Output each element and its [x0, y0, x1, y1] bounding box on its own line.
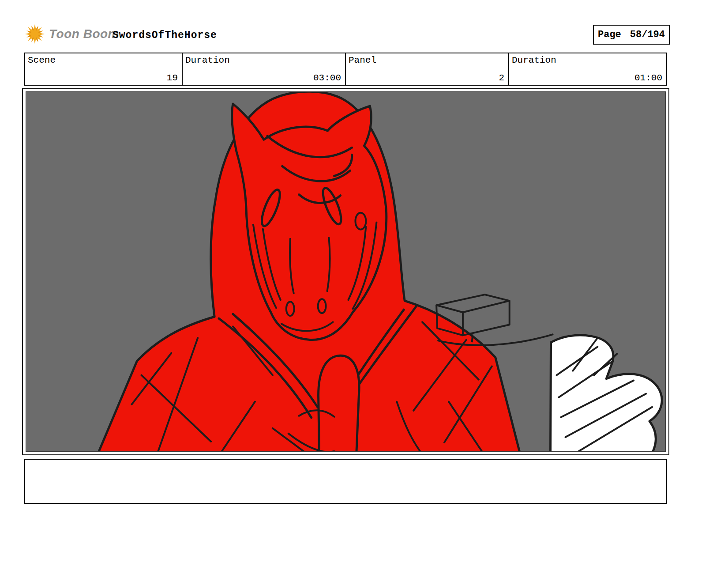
horse-nostril-left: [286, 302, 294, 316]
toonboom-logo-icon: [24, 24, 45, 44]
info-cell-panel: Panel 2: [346, 53, 509, 85]
storyboard-panel-image: [26, 91, 666, 452]
horse-raised-hand: [319, 355, 359, 451]
project-title: SwordsOfTheHorse: [113, 30, 217, 41]
info-cell-scene: Scene 19: [25, 53, 183, 85]
panel-duration-label: Duration: [512, 55, 556, 65]
panel-label: Panel: [349, 55, 376, 65]
horse-nostril-right: [318, 299, 326, 313]
logo-star-front: [25, 24, 45, 44]
page-number: 58/194: [630, 29, 665, 40]
header-logo: Toon Boom: [24, 24, 119, 44]
info-cell-panel-duration: Duration 01:00: [509, 53, 666, 85]
scene-value: 19: [167, 73, 178, 83]
scene-duration-value: 03:00: [313, 73, 341, 83]
scene-duration-label: Duration: [185, 55, 230, 65]
storyboard-page: Toon Boom SwordsOfTheHorse Page 58/194 S…: [0, 0, 728, 563]
page-number-box: Page 58/194: [593, 25, 670, 45]
storyboard-drawing: [26, 92, 665, 451]
panel-duration-value: 01:00: [634, 73, 662, 83]
toonboom-logo-text: Toon Boom: [49, 27, 119, 41]
storyboard-panel-frame: [22, 88, 669, 455]
caption-box: [24, 459, 667, 504]
scene-info-table: Scene 19 Duration 03:00 Panel 2 Duration…: [24, 53, 667, 86]
info-cell-scene-duration: Duration 03:00: [183, 53, 346, 85]
panel-value: 2: [499, 73, 504, 83]
page-label: Page: [598, 29, 621, 40]
scene-label: Scene: [28, 55, 56, 65]
